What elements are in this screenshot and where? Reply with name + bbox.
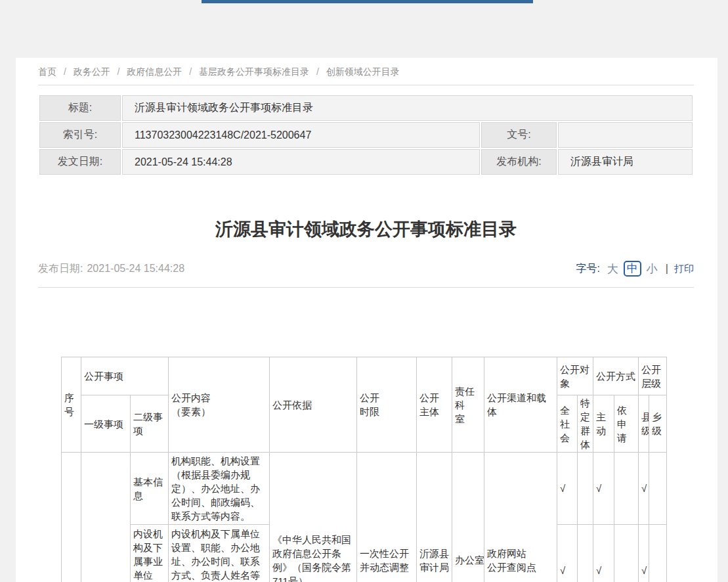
cell-shixian: 一次性公开并动态调整 [357, 453, 417, 582]
header-quanshehui: 全社 会 [557, 395, 578, 453]
cell-erji: 基本信息 [131, 453, 169, 525]
cell-erji: 内设机构及下属事业单位 [131, 525, 169, 582]
breadcrumb-jiceng[interactable]: 基层政务公开事项标准目录 [199, 66, 309, 77]
breadcrumb-zhengwu[interactable]: 政务公开 [74, 66, 110, 77]
header-xuhao: 序 号 [62, 357, 81, 453]
meta-row-index: 索引号: 11370323004223148C/2021-5200647 文号: [39, 122, 693, 148]
header-xiangji: 乡 级 [649, 395, 667, 453]
publish-date-value: 2021-05-24 15:44:28 [87, 263, 184, 274]
meta-title-label: 标题: [39, 95, 121, 121]
cell-xuhao [62, 453, 81, 582]
meta-index-value: 11370323004223148C/2021-5200647 [122, 122, 480, 148]
header-xianji: 县 级 [639, 395, 649, 453]
breadcrumb-divider [38, 85, 694, 85]
meta-row-title: 标题: 沂源县审计领域政务公开事项标准目录 [39, 95, 693, 121]
header-yiji: 一级事项 [81, 395, 131, 453]
meta-agency-label: 发布机构: [481, 149, 557, 175]
meta-date-value: 2021-05-24 15:44:28 [122, 149, 480, 175]
document-meta-table: 标题: 沂源县审计领域政务公开事项标准目录 索引号: 1137032300422… [38, 94, 694, 176]
breadcrumb-separator: / [64, 66, 66, 77]
controls-separator: | [666, 263, 668, 275]
check-zhudong: √ [593, 453, 614, 525]
header-shixian: 公开 时限 [357, 357, 417, 453]
font-size-controls: 字号: 大 中 小 | 打印 [576, 260, 694, 277]
check-xiangji [649, 453, 667, 525]
header-teding: 特 定 群 体 [578, 395, 593, 453]
header-duixiang: 公开对 象 [557, 357, 593, 395]
header-zhudong: 主 动 [593, 395, 614, 453]
page-title: 沂源县审计领域政务公开事项标准目录 [38, 217, 694, 241]
publish-info-row: 发布日期:2021-05-24 15:44:28 字号: 大 中 小 | 打印 [38, 260, 694, 277]
breadcrumb-separator: / [316, 66, 319, 77]
breadcrumb-chuangxin[interactable]: 创新领域公开目录 [326, 66, 400, 77]
top-nav-accent-bar [202, 0, 533, 3]
breadcrumb-separator: / [118, 66, 120, 77]
cell-zhuti: 沂源县审计局 [417, 453, 452, 582]
font-size-medium-button[interactable]: 中 [624, 261, 641, 277]
header-keshi: 责任科 室 [452, 357, 484, 453]
cell-keshi: 办公室 [452, 453, 484, 582]
header-gongkai-shixiang: 公开事项 [81, 357, 169, 395]
print-button[interactable]: 打印 [674, 263, 694, 275]
meta-date-label: 发文日期: [39, 149, 121, 175]
meta-title-value: 沂源县审计领域政务公开事项标准目录 [122, 95, 693, 121]
check-xianji: √ [639, 525, 649, 582]
meta-docnum-label: 文号: [481, 122, 557, 148]
check-xianji: √ [639, 453, 649, 525]
table-header-row-1: 序 号 公开事项 公开内容 （要素） 公开依据 公开 时限 公开 主体 责任科 … [62, 357, 667, 395]
header-erji: 二级事 项 [131, 395, 169, 453]
meta-index-label: 索引号: [39, 122, 121, 148]
header-fangshi: 公开方式 [593, 357, 639, 395]
breadcrumb: 首页 / 政务公开 / 政府信息公开 / 基层政务公开事项标准目录 / 创新领域… [38, 66, 400, 78]
meta-docnum-value [558, 122, 693, 148]
disclosure-standards-table: 序 号 公开事项 公开内容 （要素） 公开依据 公开 时限 公开 主体 责任科 … [61, 357, 667, 582]
check-xiangji [649, 525, 667, 582]
check-quanshehui: √ [557, 525, 578, 582]
check-quanshehui: √ [557, 453, 578, 525]
breadcrumb-xinxi[interactable]: 政府信息公开 [127, 66, 182, 77]
meta-agency-value: 沂源县审计局 [558, 149, 693, 175]
cell-neirong: 机构职能、机构设置（根据县委编办规定）、办公地址、办公时间、邮政编码、联系方式等… [169, 453, 270, 525]
header-zhuti: 公开 主体 [417, 357, 452, 453]
header-yiju: 公开依据 [270, 357, 357, 453]
meta-row-date: 发文日期: 2021-05-24 15:44:28 发布机构: 沂源县审计局 [39, 149, 693, 175]
cell-neirong: 内设机构及下属单位设置、职能、办公地址、办公时间、联系方式、负责人姓名等情况。 [169, 525, 270, 582]
header-cengji: 公开 层级 [639, 357, 667, 395]
header-yishenqing: 依申 请 [614, 395, 639, 453]
check-teding [578, 453, 593, 525]
font-size-small-button[interactable]: 小 [647, 261, 658, 277]
cell-yiji [81, 453, 131, 582]
content-panel: 首页 / 政务公开 / 政府信息公开 / 基层政务公开事项标准目录 / 创新领域… [16, 58, 717, 582]
breadcrumb-home[interactable]: 首页 [38, 66, 56, 77]
font-size-large-button[interactable]: 大 [607, 261, 618, 277]
check-yishenqing [614, 453, 639, 525]
breadcrumb-separator: / [189, 66, 192, 77]
check-yishenqing [614, 525, 639, 582]
check-teding [578, 525, 593, 582]
check-zhudong: √ [593, 525, 614, 582]
font-size-label: 字号: [576, 262, 599, 276]
table-row: 基本信息 机构职能、机构设置（根据县委编办规定）、办公地址、办公时间、邮政编码、… [62, 453, 667, 525]
header-qudao: 公开渠道和载 体 [484, 357, 557, 453]
article-divider [38, 287, 694, 288]
publish-date-label: 发布日期: [38, 263, 83, 274]
publish-date: 发布日期:2021-05-24 15:44:28 [38, 262, 184, 276]
header-neirong: 公开内容 （要素） [169, 357, 270, 453]
cell-qudao: 政府网站 公开查阅点 [484, 453, 557, 582]
cell-yiju: 《中华人民共和国政府信息公开条例》（国务院令第711号） [270, 453, 357, 582]
